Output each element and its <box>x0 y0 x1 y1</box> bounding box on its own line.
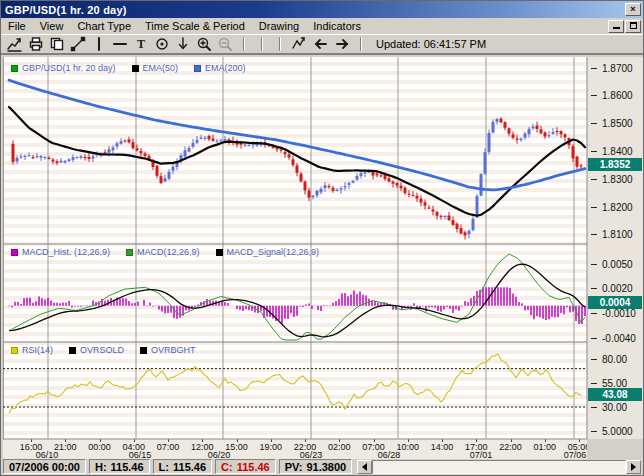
updated-timestamp: Updated: 06:41:57 PM <box>376 38 486 50</box>
arrow-right-button[interactable] <box>331 36 352 53</box>
quote-label: PV: <box>285 461 303 473</box>
quote-cell-h: H:115.46 <box>89 459 150 474</box>
price-legend-item: GBP/USD(1 hr. 20 day) <box>11 63 116 73</box>
restore-icon <box>630 22 637 29</box>
horizontal-scrollbar[interactable] <box>357 460 641 474</box>
chart-pointer-icon <box>7 36 23 52</box>
datetime-value: 07/2006 00:00 <box>9 461 80 473</box>
menu-time-scale-period[interactable]: Time Scale & Period <box>138 19 252 33</box>
quote-cell-c: C:115.46 <box>215 459 276 474</box>
macd-legend-item: MACD_Hist. (12,26,9) <box>11 247 110 257</box>
print-button[interactable] <box>25 36 46 53</box>
macd-legend-label: MACD(12,26,9) <box>137 247 200 257</box>
macd-legend-label: MACD_Signal(12,26,9) <box>227 247 320 257</box>
quote-cells: H:115.46L:115.46C:115.46PV:91.3800 <box>89 459 352 474</box>
menu-bar: FileViewChart TypeTime Scale & PeriodDra… <box>1 18 643 34</box>
scroll-track[interactable] <box>372 460 626 474</box>
macd-legend: MACD_Hist. (12,26,9)MACD(12,26,9)MACD_Si… <box>11 247 319 257</box>
ema50-line <box>9 107 585 216</box>
price-swatch <box>132 65 139 72</box>
price-legend-label: GBP/USD(1 hr. 20 day) <box>22 63 116 73</box>
menu-items: FileViewChart TypeTime Scale & PeriodDra… <box>1 19 368 33</box>
window-title: GBP/USD(1 hr. 20 day) <box>5 4 127 16</box>
arrow-down-button[interactable] <box>172 36 193 53</box>
macd-legend-label: MACD_Hist. (12,26,9) <box>22 247 110 257</box>
rsi-swatch <box>11 347 18 354</box>
quote-value: 115.46 <box>173 461 206 473</box>
trendline-icon <box>70 36 86 52</box>
vertical-line-button[interactable] <box>88 36 109 53</box>
circle-marker-button[interactable] <box>151 36 172 53</box>
macd-swatch <box>216 249 223 256</box>
title-bar: GBP/USD(1 hr. 20 day) × <box>1 1 643 18</box>
price-legend-label: EMA(50) <box>143 63 179 73</box>
candlestick-series <box>12 117 583 239</box>
chart-area: 1.87001.86001.85001.84001.83001.82001.81… <box>1 54 643 458</box>
print-icon <box>28 36 44 52</box>
price-legend-item: EMA(50) <box>132 63 179 73</box>
text-tool-icon: T <box>133 36 149 52</box>
arrow-right-icon <box>334 36 350 52</box>
copy-icon <box>49 36 65 52</box>
rsi-swatch <box>140 347 147 354</box>
chart-pointer-button[interactable] <box>4 36 25 53</box>
horizontal-line-icon <box>112 36 128 52</box>
macd-legend-item: MACD_Signal(12,26,9) <box>216 247 320 257</box>
rsi-legend-item: OVRSOLD <box>69 345 124 355</box>
rsi-legend-label: OVRBGHT <box>151 345 196 355</box>
chart-plot[interactable] <box>1 55 643 459</box>
scroll-right-icon <box>631 463 640 471</box>
restore-button[interactable] <box>625 20 641 33</box>
rsi-legend-label: OVRSOLD <box>80 345 124 355</box>
minimize-button[interactable] <box>608 20 624 33</box>
rsi-legend: RSI(14)OVRSOLDOVRBGHT <box>11 345 196 355</box>
text-tool-button[interactable]: T <box>130 36 151 53</box>
scroll-left-icon <box>358 463 367 471</box>
macd-legend-item: MACD(12,26,9) <box>126 247 200 257</box>
datetime-cell: 07/2006 00:00 <box>3 459 86 474</box>
price-legend-item: EMA(200) <box>194 63 246 73</box>
zoom-out-icon <box>217 36 233 52</box>
rsi-legend-item: RSI(14) <box>11 345 53 355</box>
horizontal-line-button[interactable] <box>109 36 130 53</box>
menu-view[interactable]: View <box>33 19 71 33</box>
arrow-down-icon <box>175 36 191 52</box>
app-window: GBP/USD(1 hr. 20 day) × FileViewChart Ty… <box>0 0 644 476</box>
copy-button[interactable] <box>46 36 67 53</box>
macd-swatch <box>126 249 133 256</box>
vertical-line-icon <box>91 36 107 52</box>
menu-indicators[interactable]: Indicators <box>306 19 368 33</box>
circle-marker-icon <box>154 36 170 52</box>
zoom-in-button[interactable] <box>193 36 214 53</box>
price-legend: GBP/USD(1 hr. 20 day)EMA(50)EMA(200) <box>11 63 246 73</box>
toolbar: TUpdated: 06:41:57 PM <box>1 34 643 54</box>
arrow-left-icon <box>313 36 329 52</box>
status-bar: 07/2006 00:00 H:115.46L:115.46C:115.46PV… <box>1 458 643 475</box>
rsi-legend-label: RSI(14) <box>22 345 53 355</box>
rsi-legend-item: OVRBGHT <box>140 345 196 355</box>
toolbar-separator <box>360 37 362 51</box>
toolbar-separator <box>243 37 245 51</box>
zoom-out-button[interactable] <box>214 36 235 53</box>
toolbar-separator <box>261 37 263 51</box>
quote-value: 115.46 <box>111 461 144 473</box>
price-legend-label: EMA(200) <box>205 63 246 73</box>
scroll-left-button[interactable] <box>357 460 372 474</box>
menu-drawing[interactable]: Drawing <box>252 19 306 33</box>
close-button[interactable]: × <box>625 3 641 16</box>
scroll-right-button[interactable] <box>626 460 641 474</box>
zigzag-icon <box>292 36 308 52</box>
macd-swatch <box>11 249 18 256</box>
zigzag-button[interactable] <box>289 36 310 53</box>
menu-file[interactable]: File <box>1 19 33 33</box>
toolbar-separator <box>279 37 281 51</box>
macd-histogram <box>9 287 585 324</box>
arrow-left-button[interactable] <box>310 36 331 53</box>
menu-chart-type[interactable]: Chart Type <box>70 19 138 33</box>
zoom-in-icon <box>196 36 212 52</box>
quote-cell-l: L:115.46 <box>153 459 212 474</box>
trendline-button[interactable] <box>67 36 88 53</box>
quote-cell-pv: PV:91.3800 <box>279 459 353 474</box>
svg-text:T: T <box>136 37 144 51</box>
price-swatch <box>194 65 201 72</box>
